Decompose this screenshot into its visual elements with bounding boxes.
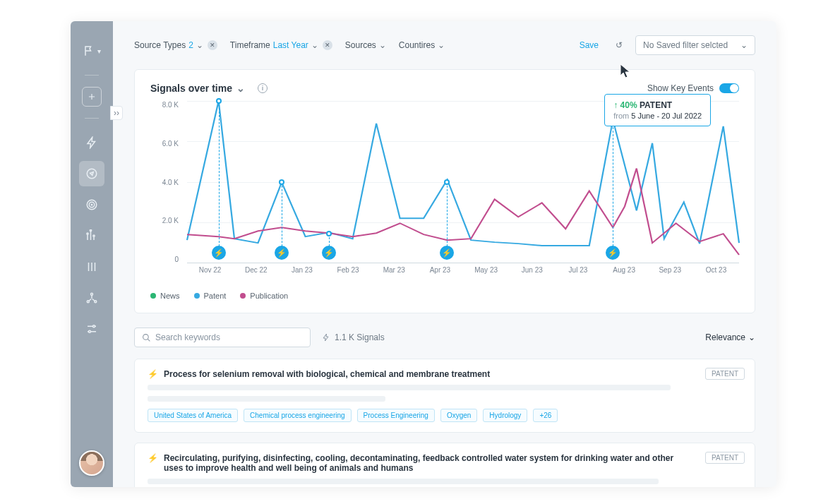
save-filter-link[interactable]: Save — [580, 40, 599, 50]
svg-point-6 — [93, 235, 95, 236]
tag[interactable]: +26 — [533, 409, 558, 422]
bolt-icon[interactable] — [79, 130, 104, 155]
svg-point-12 — [143, 334, 149, 340]
bolt-icon: ⚡ — [148, 453, 158, 463]
card-title-text: Signals over time — [150, 83, 232, 94]
target-icon[interactable] — [79, 192, 104, 217]
chevron-down-icon: ⌄ — [311, 40, 318, 50]
event-badge[interactable]: ⚡ — [440, 246, 454, 260]
svg-point-3 — [91, 204, 92, 205]
clear-filter-icon[interactable]: ✕ — [323, 40, 332, 50]
result-title: Process for selenium removal with biolog… — [164, 369, 490, 379]
bar-chart-icon[interactable] — [79, 223, 104, 248]
legend-item[interactable]: Patent — [194, 292, 227, 300]
filter-countries[interactable]: Countires ⌄ — [399, 40, 445, 50]
result-badge: PATENT — [705, 368, 745, 380]
x-axis-labels: Nov 22 Dec 22 Jan 23 Feb 23 Mar 23 Apr 2… — [187, 266, 739, 284]
saved-filter-select[interactable]: No Saved filter selcted ⌄ — [635, 35, 755, 55]
chevron-down-icon: ⌄ — [740, 40, 748, 50]
filter-label: Countires — [399, 40, 435, 50]
filter-bar: Source Types 2 ⌄ ✕ Timeframe Last Year ⌄… — [134, 35, 755, 55]
svg-point-4 — [87, 233, 88, 234]
chart-legend: News Patent Publication — [150, 292, 739, 300]
event-marker[interactable] — [279, 179, 284, 185]
filter-value: 2 — [188, 40, 193, 50]
signal-count: 1.1 K Signals — [322, 332, 385, 342]
svg-point-5 — [90, 229, 91, 231]
search-row: Search keywords 1.1 K Signals Relevance … — [134, 328, 755, 347]
tag[interactable]: Chemical process engineering — [244, 409, 352, 422]
select-value: No Saved filter selcted — [643, 40, 728, 50]
result-card[interactable]: PATENT ⚡ Process for selenium removal wi… — [134, 359, 755, 433]
toggle-switch[interactable] — [719, 83, 739, 93]
card-header: Signals over time ⌄ i Show Key Events — [150, 83, 739, 94]
toggle-key-events: Show Key Events — [647, 83, 739, 93]
compass-icon[interactable] — [79, 161, 104, 186]
result-title: Recirculating, purifying, disinfecting, … — [164, 453, 685, 473]
search-placeholder: Search keywords — [155, 332, 220, 342]
clear-filter-icon[interactable]: ✕ — [208, 40, 217, 50]
result-badge: PATENT — [705, 452, 745, 464]
tag[interactable]: Hydrology — [483, 409, 527, 422]
toggle-label: Show Key Events — [647, 83, 714, 93]
flag-icon[interactable]: ▾ — [79, 38, 104, 64]
filter-source-types[interactable]: Source Types 2 ⌄ ✕ — [134, 40, 217, 50]
tag[interactable]: Process Engineering — [357, 409, 435, 422]
event-marker[interactable] — [216, 98, 222, 104]
chevron-down-icon: ⌄ — [236, 83, 245, 94]
tag[interactable]: Oxygen — [440, 409, 477, 422]
event-badge[interactable]: ⚡ — [606, 246, 620, 260]
app-window: ▾ ›› S — [71, 21, 776, 487]
svg-point-7 — [91, 293, 93, 295]
filter-label: Sources — [345, 40, 376, 50]
plot-area[interactable]: ↑ 40% PATENT from 5 June - 20 Jul 2022 — [187, 101, 739, 263]
chart: 8.0 K 6.0 K 4.0 K 2.0 K 0 ↑ 40% PA — [150, 101, 739, 284]
legend-item[interactable]: Publication — [240, 292, 288, 300]
main-content: Source Types 2 ⌄ ✕ Timeframe Last Year ⌄… — [113, 21, 776, 487]
search-input[interactable]: Search keywords — [134, 328, 311, 347]
event-badge[interactable]: ⚡ — [322, 246, 336, 260]
svg-point-10 — [93, 325, 95, 328]
svg-point-0 — [87, 169, 97, 179]
filter-label: Source Types — [134, 40, 186, 50]
y-axis-labels: 8.0 K 6.0 K 4.0 K 2.0 K 0 — [150, 101, 184, 263]
result-card[interactable]: PATENT ⚡ Recirculating, purifying, disin… — [134, 443, 755, 487]
chevron-down-icon: ⌄ — [379, 40, 386, 50]
bolt-icon — [322, 333, 330, 342]
legend-item[interactable]: News — [150, 292, 180, 300]
chart-tooltip: ↑ 40% PATENT from 5 June - 20 Jul 2022 — [604, 94, 711, 126]
tag[interactable]: United States of America — [148, 409, 238, 422]
event-badge[interactable]: ⚡ — [212, 246, 226, 260]
undo-icon[interactable]: ↺ — [616, 40, 623, 50]
sliders-icon[interactable] — [79, 316, 104, 342]
info-icon[interactable]: i — [258, 83, 268, 93]
add-button[interactable] — [82, 87, 102, 107]
chart-card: Signals over time ⌄ i Show Key Events 8.… — [134, 69, 755, 313]
network-icon[interactable] — [79, 285, 104, 311]
event-marker[interactable] — [444, 179, 450, 185]
event-badge[interactable]: ⚡ — [275, 246, 289, 260]
result-tags: United States of America Chemical proces… — [148, 409, 742, 422]
chevron-down-icon: ⌄ — [438, 40, 445, 50]
avatar[interactable] — [79, 450, 104, 476]
sidebar: ▾ — [71, 21, 113, 487]
search-icon — [142, 333, 151, 342]
filter-value: Last Year — [273, 40, 308, 50]
card-title[interactable]: Signals over time ⌄ i — [150, 83, 268, 94]
event-marker[interactable] — [326, 231, 332, 236]
sort-select[interactable]: Relevance ⌄ — [705, 332, 755, 342]
filter-label: Timeframe — [230, 40, 270, 50]
columns-icon[interactable] — [79, 254, 104, 280]
bolt-icon: ⚡ — [148, 369, 158, 379]
chevron-down-icon: ⌄ — [748, 332, 755, 342]
filter-timeframe[interactable]: Timeframe Last Year ⌄ ✕ — [230, 40, 332, 50]
svg-point-11 — [89, 330, 91, 332]
chevron-down-icon: ⌄ — [196, 40, 203, 50]
filter-sources[interactable]: Sources ⌄ — [345, 40, 386, 50]
